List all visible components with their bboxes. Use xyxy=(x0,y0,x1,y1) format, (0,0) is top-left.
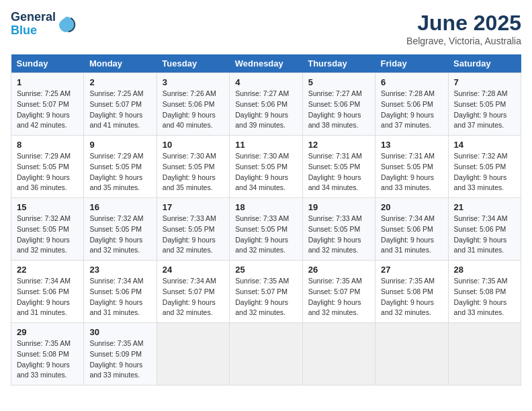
calendar-cell xyxy=(157,323,229,385)
page-header: GeneralBlue June 2025 Belgrave, Victoria… xyxy=(11,11,521,46)
calendar-cell: 4Sunrise: 7:27 AM Sunset: 5:06 PM Daylig… xyxy=(230,73,302,136)
calendar-cell: 30Sunrise: 7:35 AM Sunset: 5:09 PM Dayli… xyxy=(84,323,157,385)
day-number: 2 xyxy=(89,77,150,87)
calendar-cell: 14Sunrise: 7:32 AM Sunset: 5:05 PM Dayli… xyxy=(448,136,521,198)
day-info: Sunrise: 7:29 AM Sunset: 5:05 PM Dayligh… xyxy=(17,151,78,193)
weekday-header: SundayMondayTuesdayWednesdayThursdayFrid… xyxy=(11,54,521,73)
calendar-week-5: 29Sunrise: 7:35 AM Sunset: 5:08 PM Dayli… xyxy=(11,323,521,385)
weekday-thursday: Thursday xyxy=(302,54,375,73)
weekday-saturday: Saturday xyxy=(448,54,521,73)
weekday-tuesday: Tuesday xyxy=(157,54,229,73)
day-info: Sunrise: 7:34 AM Sunset: 5:06 PM Dayligh… xyxy=(454,214,515,256)
day-info: Sunrise: 7:35 AM Sunset: 5:07 PM Dayligh… xyxy=(308,276,369,318)
day-number: 18 xyxy=(235,202,296,212)
day-info: Sunrise: 7:29 AM Sunset: 5:05 PM Dayligh… xyxy=(89,151,150,193)
logo-icon xyxy=(57,15,76,34)
calendar-week-3: 15Sunrise: 7:32 AM Sunset: 5:05 PM Dayli… xyxy=(11,198,521,261)
calendar-cell xyxy=(230,323,302,385)
calendar-cell: 26Sunrise: 7:35 AM Sunset: 5:07 PM Dayli… xyxy=(302,261,375,323)
month-title: June 2025 xyxy=(406,11,521,36)
day-number: 7 xyxy=(454,77,515,87)
day-info: Sunrise: 7:25 AM Sunset: 5:07 PM Dayligh… xyxy=(89,89,150,131)
weekday-wednesday: Wednesday xyxy=(230,54,302,73)
calendar-cell: 22Sunrise: 7:34 AM Sunset: 5:06 PM Dayli… xyxy=(11,261,84,323)
calendar-cell: 17Sunrise: 7:33 AM Sunset: 5:05 PM Dayli… xyxy=(157,198,229,261)
day-number: 15 xyxy=(17,202,78,212)
day-info: Sunrise: 7:32 AM Sunset: 5:05 PM Dayligh… xyxy=(17,214,78,256)
day-number: 6 xyxy=(381,77,442,87)
day-number: 5 xyxy=(308,77,369,87)
day-number: 10 xyxy=(163,140,224,150)
day-info: Sunrise: 7:26 AM Sunset: 5:06 PM Dayligh… xyxy=(163,89,224,131)
calendar-cell: 21Sunrise: 7:34 AM Sunset: 5:06 PM Dayli… xyxy=(448,198,521,261)
calendar-cell: 24Sunrise: 7:34 AM Sunset: 5:07 PM Dayli… xyxy=(157,261,229,323)
day-info: Sunrise: 7:34 AM Sunset: 5:06 PM Dayligh… xyxy=(17,276,78,318)
calendar-cell: 5Sunrise: 7:27 AM Sunset: 5:06 PM Daylig… xyxy=(302,73,375,136)
calendar-cell: 13Sunrise: 7:31 AM Sunset: 5:05 PM Dayli… xyxy=(375,136,448,198)
day-number: 8 xyxy=(17,140,78,150)
day-number: 30 xyxy=(89,327,150,337)
day-number: 14 xyxy=(454,140,515,150)
day-number: 11 xyxy=(235,140,296,150)
calendar-cell: 6Sunrise: 7:28 AM Sunset: 5:06 PM Daylig… xyxy=(375,73,448,136)
day-number: 20 xyxy=(381,202,442,212)
day-info: Sunrise: 7:31 AM Sunset: 5:05 PM Dayligh… xyxy=(308,151,369,193)
calendar-cell: 18Sunrise: 7:33 AM Sunset: 5:05 PM Dayli… xyxy=(230,198,302,261)
day-info: Sunrise: 7:34 AM Sunset: 5:07 PM Dayligh… xyxy=(163,276,224,318)
calendar-cell xyxy=(375,323,448,385)
day-number: 4 xyxy=(235,77,296,87)
calendar-week-4: 22Sunrise: 7:34 AM Sunset: 5:06 PM Dayli… xyxy=(11,261,521,323)
calendar-cell: 1Sunrise: 7:25 AM Sunset: 5:07 PM Daylig… xyxy=(11,73,84,136)
logo: GeneralBlue xyxy=(11,11,76,38)
weekday-sunday: Sunday xyxy=(11,54,84,73)
day-info: Sunrise: 7:30 AM Sunset: 5:05 PM Dayligh… xyxy=(163,151,224,193)
calendar-cell: 20Sunrise: 7:34 AM Sunset: 5:06 PM Dayli… xyxy=(375,198,448,261)
calendar-cell: 16Sunrise: 7:32 AM Sunset: 5:05 PM Dayli… xyxy=(84,198,157,261)
day-info: Sunrise: 7:31 AM Sunset: 5:05 PM Dayligh… xyxy=(381,151,442,193)
calendar-cell: 29Sunrise: 7:35 AM Sunset: 5:08 PM Dayli… xyxy=(11,323,84,385)
day-number: 19 xyxy=(308,202,369,212)
day-info: Sunrise: 7:35 AM Sunset: 5:09 PM Dayligh… xyxy=(89,338,150,381)
day-info: Sunrise: 7:34 AM Sunset: 5:06 PM Dayligh… xyxy=(381,214,442,256)
day-info: Sunrise: 7:35 AM Sunset: 5:08 PM Dayligh… xyxy=(381,276,442,318)
calendar-week-2: 8Sunrise: 7:29 AM Sunset: 5:05 PM Daylig… xyxy=(11,136,521,198)
day-number: 28 xyxy=(454,265,515,275)
day-info: Sunrise: 7:33 AM Sunset: 5:05 PM Dayligh… xyxy=(235,214,296,256)
day-info: Sunrise: 7:32 AM Sunset: 5:05 PM Dayligh… xyxy=(89,214,150,256)
location: Belgrave, Victoria, Australia xyxy=(406,36,521,46)
day-info: Sunrise: 7:27 AM Sunset: 5:06 PM Dayligh… xyxy=(235,89,296,131)
calendar-cell: 23Sunrise: 7:34 AM Sunset: 5:06 PM Dayli… xyxy=(84,261,157,323)
day-number: 25 xyxy=(235,265,296,275)
day-info: Sunrise: 7:35 AM Sunset: 5:07 PM Dayligh… xyxy=(235,276,296,318)
day-info: Sunrise: 7:33 AM Sunset: 5:05 PM Dayligh… xyxy=(163,214,224,256)
calendar-cell: 7Sunrise: 7:28 AM Sunset: 5:05 PM Daylig… xyxy=(448,73,521,136)
day-number: 17 xyxy=(163,202,224,212)
weekday-friday: Friday xyxy=(375,54,448,73)
day-number: 24 xyxy=(163,265,224,275)
calendar-cell: 11Sunrise: 7:30 AM Sunset: 5:05 PM Dayli… xyxy=(230,136,302,198)
calendar-cell: 8Sunrise: 7:29 AM Sunset: 5:05 PM Daylig… xyxy=(11,136,84,198)
day-number: 23 xyxy=(89,265,150,275)
calendar-cell xyxy=(302,323,375,385)
logo-text: GeneralBlue xyxy=(11,11,56,38)
day-number: 1 xyxy=(17,77,78,87)
calendar-cell: 27Sunrise: 7:35 AM Sunset: 5:08 PM Dayli… xyxy=(375,261,448,323)
day-info: Sunrise: 7:33 AM Sunset: 5:05 PM Dayligh… xyxy=(308,214,369,256)
day-info: Sunrise: 7:30 AM Sunset: 5:05 PM Dayligh… xyxy=(235,151,296,193)
day-number: 12 xyxy=(308,140,369,150)
day-info: Sunrise: 7:28 AM Sunset: 5:05 PM Dayligh… xyxy=(454,89,515,131)
day-number: 27 xyxy=(381,265,442,275)
day-info: Sunrise: 7:34 AM Sunset: 5:06 PM Dayligh… xyxy=(89,276,150,318)
day-info: Sunrise: 7:35 AM Sunset: 5:08 PM Dayligh… xyxy=(454,276,515,318)
calendar-cell: 9Sunrise: 7:29 AM Sunset: 5:05 PM Daylig… xyxy=(84,136,157,198)
day-number: 9 xyxy=(89,140,150,150)
calendar-body: 1Sunrise: 7:25 AM Sunset: 5:07 PM Daylig… xyxy=(11,73,521,385)
day-number: 3 xyxy=(163,77,224,87)
calendar-cell: 12Sunrise: 7:31 AM Sunset: 5:05 PM Dayli… xyxy=(302,136,375,198)
day-number: 13 xyxy=(381,140,442,150)
calendar-cell: 2Sunrise: 7:25 AM Sunset: 5:07 PM Daylig… xyxy=(84,73,157,136)
day-info: Sunrise: 7:32 AM Sunset: 5:05 PM Dayligh… xyxy=(454,151,515,193)
day-number: 26 xyxy=(308,265,369,275)
calendar-cell: 28Sunrise: 7:35 AM Sunset: 5:08 PM Dayli… xyxy=(448,261,521,323)
day-info: Sunrise: 7:35 AM Sunset: 5:08 PM Dayligh… xyxy=(17,338,78,381)
